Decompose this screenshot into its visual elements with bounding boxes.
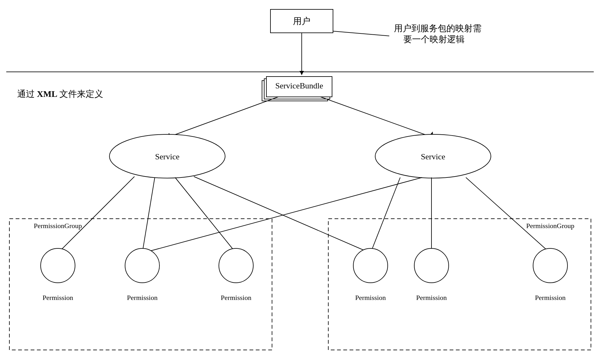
svg-rect-15 [9,219,272,350]
svg-marker-5 [300,71,304,75]
svg-rect-16 [328,219,591,350]
svg-point-35 [219,248,253,283]
svg-point-38 [533,248,567,283]
permission-left-3-label: Permission [221,294,251,302]
permission-right-1-label: Permission [355,294,386,302]
annotation-line2: 要一个映射逻辑 [403,34,465,44]
permission-left-2-label: Permission [127,294,158,302]
permission-group-right-label: PermissionGroup [526,222,574,230]
diagram-container: 通过 XML 文件来定义 用户到服务包的映射需 要一个映射逻辑 用户 Servi… [0,0,600,364]
svg-point-37 [414,248,449,283]
permission-right-3-label: Permission [535,294,566,302]
service-left-label: Service [155,152,179,161]
svg-line-11 [320,97,433,137]
permission-left-1-label: Permission [43,294,73,302]
permission-group-left-label: PermissionGroup [34,222,82,230]
svg-point-34 [125,248,159,283]
svg-point-36 [353,248,388,283]
service-right-label: Service [421,152,445,161]
svg-line-9 [167,97,278,137]
xml-define-label: 通过 XML 文件来定义 [17,89,103,99]
architecture-diagram: 通过 XML 文件来定义 用户到服务包的映射需 要一个映射逻辑 用户 Servi… [0,0,600,364]
annotation-line1: 用户到服务包的映射需 [394,23,482,33]
svg-point-33 [41,248,75,283]
service-bundle-label: ServiceBundle [275,81,323,90]
permission-right-2-label: Permission [416,294,447,302]
user-label: 用户 [293,16,310,26]
